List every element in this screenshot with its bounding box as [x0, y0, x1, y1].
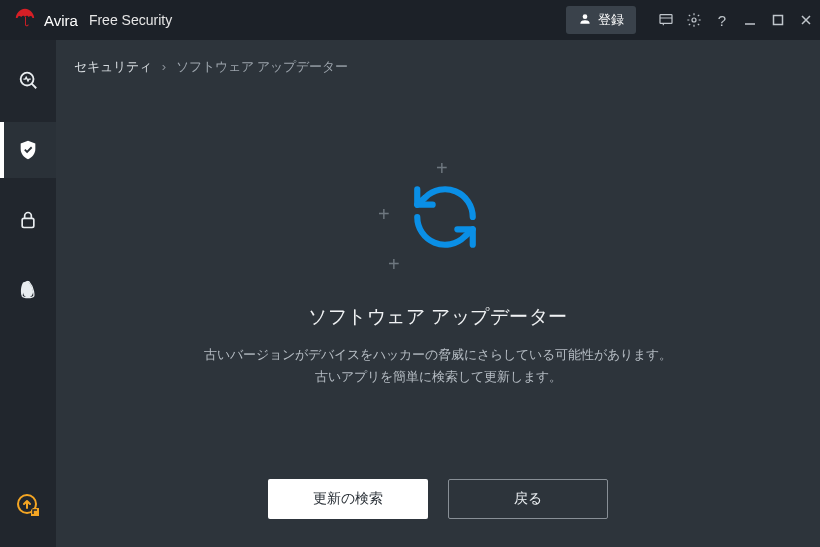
titlebar-right: 登録 ?: [566, 0, 820, 40]
product-name: Free Security: [89, 12, 172, 28]
desc-line-2: 古いアプリを簡単に検索して更新します。: [204, 366, 672, 388]
avira-umbrella-icon: [14, 7, 36, 33]
register-button[interactable]: 登録: [566, 6, 636, 34]
register-label: 登録: [598, 11, 624, 29]
breadcrumb-current: ソフトウェア アップデーター: [176, 59, 349, 74]
svg-rect-3: [774, 16, 783, 25]
maximize-icon[interactable]: [764, 0, 792, 40]
app-window: Avira Free Security 登録: [0, 0, 820, 547]
sparkle-icon: +: [436, 158, 448, 178]
desc-line-1: 古いバージョンがデバイスをハッカーの脅威にさらしている可能性があります。: [204, 344, 672, 366]
settings-icon[interactable]: [680, 0, 708, 40]
sidebar-bottom: [0, 477, 56, 533]
footer-actions: 更新の検索 戻る: [56, 479, 820, 547]
close-icon[interactable]: [792, 0, 820, 40]
page-description: 古いバージョンがデバイスをハッカーの脅威にさらしている可能性があります。 古いア…: [204, 344, 672, 388]
main-panel: セキュリティ › ソフトウェア アップデーター + + +: [56, 40, 820, 547]
sidebar-item-performance[interactable]: [0, 262, 56, 318]
minimize-icon[interactable]: [736, 0, 764, 40]
sidebar-item-security[interactable]: [0, 122, 56, 178]
page-title: ソフトウェア アップデーター: [308, 304, 567, 330]
breadcrumb: セキュリティ › ソフトウェア アップデーター: [56, 40, 820, 76]
updater-hero-icon: + + +: [378, 162, 498, 282]
svg-point-2: [692, 18, 696, 22]
titlebar: Avira Free Security 登録: [0, 0, 820, 40]
sidebar-item-upgrade[interactable]: [0, 477, 56, 533]
brand-logo: Avira Free Security: [14, 7, 172, 33]
brand-name: Avira: [44, 12, 78, 29]
content-area: + + + ソフトウェア アップデーター 古いバージョンがデバイスをハ: [56, 76, 820, 479]
svg-point-0: [583, 14, 588, 19]
scan-updates-button[interactable]: 更新の検索: [268, 479, 428, 519]
user-icon: [578, 12, 592, 29]
sparkle-icon: +: [388, 254, 400, 274]
sparkle-icon: +: [378, 204, 390, 224]
sync-icon: [408, 180, 482, 258]
svg-rect-5: [22, 218, 34, 227]
chevron-right-icon: ›: [162, 59, 166, 74]
sidebar: [0, 40, 56, 547]
feedback-icon[interactable]: [652, 0, 680, 40]
back-button[interactable]: 戻る: [448, 479, 608, 519]
sidebar-item-privacy[interactable]: [0, 192, 56, 248]
breadcrumb-root[interactable]: セキュリティ: [74, 59, 152, 74]
window-controls: ?: [652, 0, 820, 40]
svg-rect-1: [660, 15, 672, 24]
sidebar-item-status[interactable]: [0, 52, 56, 108]
app-body: セキュリティ › ソフトウェア アップデーター + + +: [0, 40, 820, 547]
help-icon[interactable]: ?: [708, 0, 736, 40]
